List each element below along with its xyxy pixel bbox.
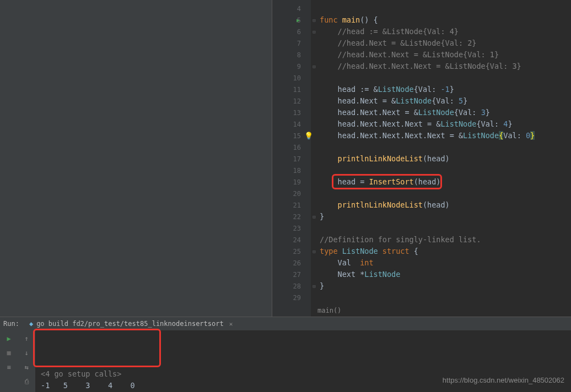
code-line[interactable] [320,188,571,199]
fold-marker[interactable] [311,188,317,199]
code-line[interactable]: //Definition for singly-linked list. [320,234,571,246]
fold-marker[interactable] [311,165,317,176]
code-line[interactable]: head := &ListNode{Val: -1} [320,84,571,95]
fold-marker[interactable] [311,72,317,84]
line-number[interactable]: 28 [272,280,311,292]
line-number[interactable]: 12 [272,95,311,107]
go-icon: ◆ [29,320,33,328]
run-gutter-icon[interactable]: ▶ [297,17,300,23]
run-tab[interactable]: ◆ go build fd2/pro_test/test85_linknodei… [25,320,237,328]
line-number[interactable]: 10 [272,72,311,84]
fold-marker[interactable] [311,257,317,269]
line-number[interactable]: 18 [272,165,311,176]
fold-marker[interactable] [311,199,317,211]
fold-marker[interactable] [311,84,317,95]
fold-marker[interactable]: ⊟ [311,246,317,257]
line-number[interactable]: 13 [272,107,311,118]
fold-marker[interactable] [311,118,317,130]
code-line[interactable] [320,3,571,14]
code-editor[interactable]: 45▶6789101112131415161718192021222324252… [272,0,571,317]
rerun-icon[interactable]: ▶ [4,334,14,344]
print-icon[interactable]: ⎙ [21,377,31,386]
code-line[interactable]: //head.Next.Next.Next = &ListNode{Val: 3… [320,61,571,72]
bulb-icon[interactable]: 💡 [304,130,313,141]
stop-icon[interactable]: ■ [4,348,14,358]
up-icon[interactable]: ↑ [21,334,31,344]
fold-marker[interactable]: ⊟ [311,61,317,72]
run-label: Run: [3,320,19,328]
line-number[interactable]: 19 [272,176,311,188]
code-line[interactable]: type ListNode struct { [320,246,571,257]
code-line[interactable]: 💡 head.Next.Next.Next.Next = &ListNode{V… [320,130,571,141]
code-line[interactable]: head.Next.Next = &ListNode{Val: 3} [320,107,571,118]
line-number[interactable]: 7 [272,37,311,49]
line-number[interactable]: 23 [272,222,311,234]
code-line[interactable] [320,292,571,303]
fold-marker[interactable] [311,37,317,49]
line-number[interactable]: 22 [272,211,311,222]
code-line[interactable]: //head.Next = &ListNode{Val: 2} [320,37,571,49]
fold-marker[interactable] [311,153,317,165]
fold-marker[interactable]: ⊟ [311,280,317,292]
watermark: https://blog.csdn.net/weixin_48502062 [443,376,564,384]
line-number[interactable]: 4 [272,3,311,14]
run-toolbar-left: ▶ ■ ≡ [0,330,18,392]
fold-marker[interactable] [311,141,317,153]
line-number[interactable]: 9 [272,61,311,72]
line-number[interactable]: 24 [272,234,311,246]
line-number[interactable]: 29 [272,292,311,303]
fold-marker[interactable]: ⊟ [311,26,317,37]
line-number[interactable]: 8 [272,49,311,61]
line-number[interactable]: 26 [272,257,311,269]
code-area[interactable]: func main() { //head := &ListNode{Val: 4… [317,0,571,317]
wrap-icon[interactable]: ⇆ [21,362,31,372]
close-icon[interactable]: ✕ [229,320,233,328]
code-line[interactable]: } [320,211,571,222]
fold-marker[interactable]: ⊟ [311,211,317,222]
fold-marker[interactable] [311,3,317,14]
fold-marker[interactable] [311,292,317,303]
fold-marker[interactable] [311,269,317,280]
layout-icon[interactable]: ≡ [4,362,14,372]
fold-marker[interactable]: ⊟ [311,14,317,26]
line-number[interactable]: 21 [272,199,311,211]
code-line[interactable]: func main() { [320,14,571,26]
code-line[interactable]: Val int [320,257,571,269]
code-line[interactable] [320,222,571,234]
code-line[interactable] [320,141,571,153]
fold-marker[interactable] [311,49,317,61]
line-number[interactable]: 14 [272,118,311,130]
code-line[interactable]: head.Next = &ListNode{Val: 5} [320,95,571,107]
code-line[interactable]: head.Next.Next.Next = &ListNode{Val: 4} [320,118,571,130]
highlight-box-output [33,329,161,367]
line-gutter[interactable]: 45▶6789101112131415161718192021222324252… [272,0,311,317]
fold-marker[interactable] [311,234,317,246]
code-line[interactable]: printlnLinkNodeList(head) [320,199,571,211]
code-line[interactable]: Next *ListNode [320,269,571,280]
down-icon[interactable]: ↓ [21,348,31,358]
fold-marker[interactable] [311,176,317,188]
code-line[interactable]: head = InsertSort(head) [320,176,571,188]
line-number[interactable]: 5▶ [272,14,311,26]
fold-marker[interactable] [311,222,317,234]
code-line[interactable]: //head := &ListNode{Val: 4} [320,26,571,37]
side-panel [0,0,272,317]
line-number[interactable]: 25 [272,246,311,257]
line-number[interactable]: 6 [272,26,311,37]
code-line[interactable] [320,72,571,84]
run-tab-label: go build fd2/pro_test/test85_linknodeins… [36,320,224,328]
line-number[interactable]: 16 [272,141,311,153]
breadcrumb[interactable]: main() [317,304,341,317]
line-number[interactable]: 27 [272,269,311,280]
fold-column[interactable]: ⊟⊟⊟⊟⊟⊟ [311,0,317,317]
run-toolbar-right: ↑ ↓ ⇆ ⎙ [18,330,35,392]
fold-marker[interactable] [311,107,317,118]
line-number[interactable]: 20 [272,188,311,199]
fold-marker[interactable] [311,95,317,107]
code-line[interactable]: printlnLinkNodeList(head) [320,153,571,165]
code-line[interactable] [320,165,571,176]
line-number[interactable]: 17 [272,153,311,165]
code-line[interactable]: //head.Next.Next = &ListNode{Val: 1} [320,49,571,61]
line-number[interactable]: 11 [272,84,311,95]
code-line[interactable]: } [320,280,571,292]
